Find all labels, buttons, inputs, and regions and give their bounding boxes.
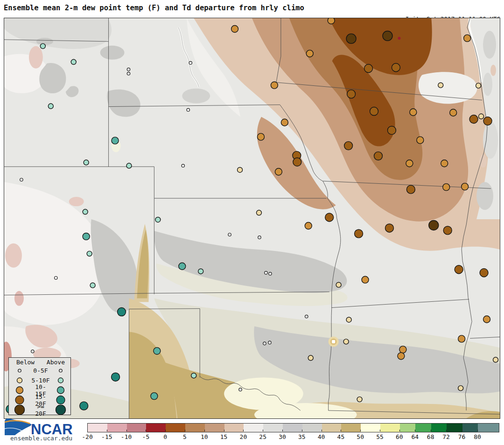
station-marker-above-5-10F[interactable] [71, 59, 76, 64]
station-marker-below-5-10F[interactable] [493, 357, 498, 362]
station-marker-below->= 20F[interactable] [346, 34, 356, 43]
station-marker-below-10-15F[interactable] [399, 346, 406, 353]
station-marker-above-5-10F[interactable] [48, 104, 53, 109]
station-marker-neutral-0-5F[interactable] [182, 164, 184, 167]
station-marker-above-5-10F[interactable] [191, 373, 196, 378]
station-marker-below-10-15F[interactable] [462, 183, 469, 190]
station-marker-below-10-15F[interactable] [281, 119, 288, 126]
station-marker-below-15-20F[interactable] [374, 152, 383, 160]
station-marker-above-10-15F[interactable] [154, 348, 161, 355]
station-marker-neutral-0-5F[interactable] [55, 277, 57, 279]
station-marker-above-5-10F[interactable] [87, 251, 92, 256]
station-marker-neutral-0-5F[interactable] [187, 108, 189, 111]
station-marker-above-10-15F[interactable] [83, 233, 90, 240]
colorbar-segment--5 [146, 424, 166, 432]
station-marker-below-10-15F[interactable] [443, 184, 450, 191]
station-marker-below-10-15F[interactable] [257, 133, 264, 140]
station-marker-below-5-10F[interactable] [238, 167, 243, 173]
station-marker-above-5-10F[interactable] [198, 269, 203, 274]
station-marker-above-5-10F[interactable] [90, 283, 95, 288]
station-marker-below-10-15F[interactable] [398, 353, 405, 360]
station-marker-below-5-10F[interactable] [343, 339, 349, 344]
station-marker-above-5-10F[interactable] [126, 163, 132, 168]
site-url-link[interactable]: ensemble.ucar.edu [10, 435, 72, 442]
colorbar-segment-40 [322, 424, 342, 432]
station-marker-neutral-0-5F[interactable] [31, 350, 34, 353]
station-marker-below-15-20F[interactable] [370, 107, 378, 116]
station-marker-below-15-20F[interactable] [385, 224, 393, 232]
station-marker-below-10-15F[interactable] [464, 35, 471, 42]
station-marker-neutral-0-5F[interactable] [269, 272, 272, 275]
station-marker-below-5-10F[interactable] [308, 355, 313, 361]
station-marker-below->= 20F[interactable] [429, 220, 439, 230]
map-canvas[interactable] [4, 18, 500, 419]
station-marker-below-15-20F[interactable] [480, 269, 488, 277]
station-marker-neutral-0-5F[interactable] [305, 315, 308, 318]
station-marker-neutral-0-5F[interactable] [127, 72, 130, 75]
station-marker-below-15-20F[interactable] [364, 64, 373, 73]
station-marker-above-15-20F[interactable] [118, 308, 126, 316]
station-marker-below-15-20F[interactable] [325, 213, 334, 222]
station-marker-below-15-20F[interactable] [355, 229, 363, 238]
station-marker-below-15-20F[interactable] [387, 126, 396, 134]
station-marker-below-5-10F[interactable] [476, 83, 481, 88]
station-marker-below-10-15F[interactable] [483, 316, 490, 323]
station-marker-above-10-15F[interactable] [151, 393, 158, 400]
station-marker-below-10-15F[interactable] [271, 82, 278, 89]
station-marker-below-10-15F[interactable] [305, 222, 312, 229]
station-marker-below-10-15F[interactable] [450, 109, 457, 116]
station-marker-neutral-0-5F[interactable] [239, 388, 242, 391]
station-marker-below-10-15F[interactable] [417, 137, 424, 144]
station-marker-neutral-0-5F[interactable] [268, 341, 271, 344]
station-marker-neutral-0-5F[interactable] [127, 68, 130, 71]
legend-above-swatch [51, 395, 70, 405]
station-marker-below-10-15F[interactable] [275, 168, 282, 175]
station-marker-below-5-10F[interactable] [357, 397, 362, 402]
dewpoint-colorbar [87, 423, 499, 432]
station-marker-below-15-20F[interactable] [347, 90, 356, 98]
station-marker-above-5-10F[interactable] [84, 160, 89, 165]
station-marker-below-15-20F[interactable] [483, 117, 492, 125]
station-marker-above-15-20F[interactable] [112, 373, 120, 381]
station-marker-below-5-10F[interactable] [256, 210, 261, 216]
station-marker-below-15-20F[interactable] [392, 63, 400, 72]
ncar-logo[interactable]: NCAR [3, 417, 82, 436]
station-marker-below-15-20F[interactable] [406, 185, 415, 194]
station-marker-above-10-15F[interactable] [112, 137, 119, 144]
station-marker-below-5-10F[interactable] [438, 83, 443, 88]
station-marker-neutral-0-5F[interactable] [20, 178, 23, 181]
station-marker-above-5-10F[interactable] [40, 43, 45, 49]
ncar-logo-text: NCAR [31, 421, 73, 436]
station-marker-neutral-0-5F[interactable] [258, 236, 261, 239]
station-marker-above-5-10F[interactable] [155, 217, 161, 222]
legend-row->= 20F: >= 20F [9, 405, 70, 415]
station-marker-above-10-15F[interactable] [179, 263, 186, 270]
station-marker-neutral-0-5F[interactable] [228, 233, 231, 236]
station-marker-below-10-15F[interactable] [231, 25, 238, 32]
station-marker-below-15-20F[interactable] [443, 226, 452, 235]
station-marker-above-15-20F[interactable] [80, 402, 88, 410]
map-svg [4, 18, 500, 418]
station-marker-below-10-15F[interactable] [441, 160, 448, 167]
station-marker-below-10-15F[interactable] [362, 276, 369, 283]
station-marker-below-10-15F[interactable] [328, 18, 335, 24]
station-marker-below-15-20F[interactable] [455, 265, 463, 274]
station-marker-below-10-15F[interactable] [410, 109, 417, 116]
station-marker-above-5-10F[interactable] [83, 209, 88, 215]
station-marker-below-5-10F[interactable] [336, 282, 341, 287]
station-marker-below->= 20F[interactable] [383, 31, 392, 41]
colorbar-tick-label: 55 [376, 433, 384, 440]
station-marker-below-5-10F[interactable] [458, 386, 463, 391]
station-marker-neutral-0-5F[interactable] [189, 62, 192, 64]
station-marker-below-15-20F[interactable] [293, 158, 301, 166]
station-marker-below-10-15F[interactable] [406, 160, 413, 167]
station-marker-below-10-15F[interactable] [458, 335, 465, 342]
colorbar-tick-label: 45 [337, 433, 345, 440]
station-marker-below-15-20F[interactable] [344, 141, 353, 150]
station-marker-below-5-10F[interactable] [479, 114, 484, 119]
station-marker-below-10-15F[interactable] [306, 50, 313, 57]
station-marker-neutral-0-5F[interactable] [263, 342, 266, 345]
station-marker-neutral-0-5F[interactable] [265, 271, 267, 274]
station-marker-below-5-10F[interactable] [346, 317, 351, 322]
station-marker-below-15-20F[interactable] [469, 115, 478, 124]
